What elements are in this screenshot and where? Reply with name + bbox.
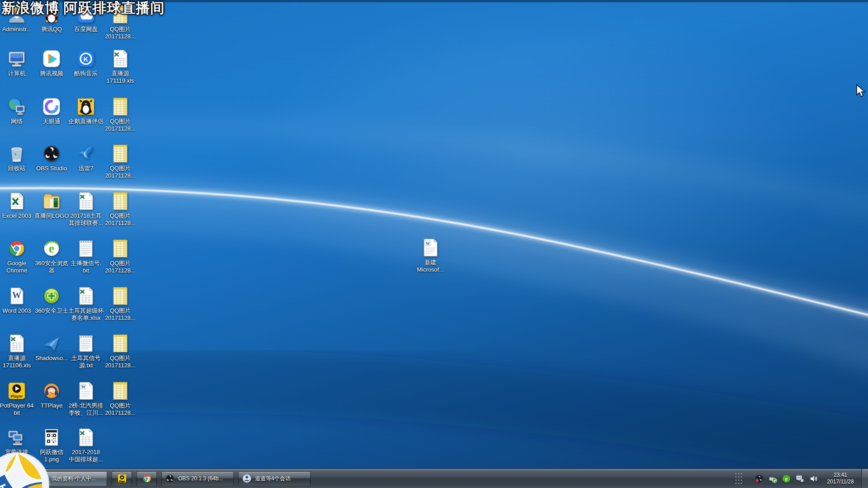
potplayer-icon: Player: [117, 474, 127, 483]
desktop-icon-qq-image-4[interactable]: QQ图片 20171128...: [101, 191, 139, 227]
desktop-icon-computer[interactable]: 计算机: [0, 49, 36, 77]
taskbar-qq-sessions[interactable]: 道道等4个会话: [238, 471, 311, 486]
desktop-icon-qq-image-5[interactable]: QQ图片 20171128...: [101, 239, 139, 274]
desktop-icon-obs-studio[interactable]: OBS Studio: [33, 144, 71, 172]
excel-app-icon: [7, 191, 27, 211]
img-sheet-icon: [110, 333, 130, 353]
taskbar-button-label: OBS 20.1.3 (64b...: [178, 475, 223, 482]
img-sheet-icon: [110, 381, 130, 401]
img-sheet-icon: [110, 191, 130, 211]
potplayer-icon: Player: [7, 381, 27, 401]
taskbar-potplayer[interactable]: Player: [112, 471, 132, 486]
svg-text:W: W: [81, 385, 85, 389]
desktop-icon-tianyantong[interactable]: 天眼通: [33, 97, 71, 125]
tray-network[interactable]: [795, 474, 805, 483]
desktop-icon-qq-image-2[interactable]: QQ图片 20171128...: [101, 97, 139, 132]
taskbar-clock[interactable]: 23:41 2017/11/28: [823, 472, 858, 485]
desktop-icon-label: QQ图片 20171128...: [101, 355, 139, 369]
desktop-icon-label: 酷狗音乐: [67, 70, 105, 77]
img-sheet-icon: [110, 97, 130, 117]
desktop-icon-label: 企鹅直播伴侣: [67, 118, 105, 125]
desktop-icon-cvl-2017-2018-xls[interactable]: 2017-2018 中国排球超...: [67, 427, 105, 463]
clock-date: 2017/11/28: [823, 479, 858, 485]
desktop-icon-label: 新建 Microsof...: [411, 259, 449, 273]
desktop-icon-network[interactable]: 网络: [0, 97, 36, 125]
desktop-icon-turkey-supercup-xlsx[interactable]: 土耳其超级杯 赛名单.xlsx: [67, 286, 105, 322]
desktop-icon-label: 土耳其信号 源.txt: [67, 355, 105, 369]
taskbar-obs[interactable]: OBS 20.1.3 (64b...: [161, 471, 234, 486]
desktop-icon-turkey-signal-txt[interactable]: 土耳其信号 源.txt: [67, 333, 105, 369]
desktop-icon-label: 2017-2018 中国排球超...: [67, 449, 105, 463]
desktop-icon-anchor-wechat-txt[interactable]: 主播微信号. txt: [67, 239, 105, 274]
tray-360[interactable]: e: [782, 474, 791, 483]
desktop-icon-label: QQ图片 20171128...: [101, 26, 139, 40]
desktop-icon-label: 网络: [0, 118, 36, 125]
desktop-icon-xunlei-7[interactable]: 迅雷7: [67, 144, 105, 172]
word-app-icon: W: [7, 286, 27, 306]
tray-obs-recording[interactable]: [755, 474, 764, 483]
desktop-icon-label: 360安全浏览 器: [33, 260, 71, 274]
ttplayer-icon: [42, 381, 61, 401]
chrome-icon: [7, 239, 27, 258]
desktop-icon-recycle-bin[interactable]: 回收站: [0, 144, 36, 172]
desktop-icon-label: Word 2003: [0, 307, 36, 314]
img-sheet-icon: [110, 286, 130, 306]
desktop-icon-word-2003[interactable]: WWord 2003: [0, 286, 36, 314]
qr-icon: [42, 427, 61, 447]
qq-session-icon: [242, 474, 252, 483]
svg-text:K: K: [84, 55, 89, 63]
xunlei-icon: [76, 144, 96, 164]
desktop-icon-zhibojian-logo-folder[interactable]: 直播间LOGO: [33, 191, 71, 220]
show-desktop-button[interactable]: [862, 469, 868, 488]
desktop-icon-potplayer-64bit[interactable]: PlayerPotPlayer 64 bit: [0, 381, 36, 417]
desktop-icon-qq-image-3[interactable]: QQ图片 20171128...: [101, 144, 139, 179]
desktop-icon-penguin-live-assistant[interactable]: 企鹅直播伴侣: [67, 97, 105, 125]
tyt-icon: [42, 97, 61, 117]
desktop-icon-label: 直播源 171119.xls: [101, 70, 139, 84]
desktop-icon-label: 360安全卫士: [33, 307, 71, 314]
desktop-icon-new-word-document[interactable]: W新建 Microsof...: [411, 238, 449, 273]
tray-usb-eject[interactable]: [768, 474, 778, 483]
tray-icons: e: [755, 474, 818, 483]
desktop-icon-qq-image-8[interactable]: QQ图片 20171128...: [101, 381, 139, 417]
desktop-icon-label: QQ图片 20171128...: [101, 260, 139, 274]
excel-doc-icon: [76, 427, 96, 447]
img-sheet-icon: [110, 239, 130, 258]
desktop-icon-label: Excel 2003: [0, 212, 36, 220]
desktop-icon-qq-image-6[interactable]: QQ图片 20171128...: [101, 286, 139, 322]
desktop-icon-label: 回收站: [0, 165, 36, 172]
desktop-icon-360-safeguard[interactable]: 360安全卫士: [33, 286, 71, 314]
desktop-icon-label: 主播微信号. txt: [67, 260, 105, 274]
taskbar-button-label: 道道等4个会话: [255, 475, 291, 483]
desktop-icon-label: 百度网盘: [67, 26, 105, 33]
svg-text:Player: Player: [10, 394, 23, 399]
taskbar-chrome[interactable]: [137, 471, 157, 486]
desktop-icon-qq-image-7[interactable]: QQ图片 20171128...: [101, 333, 139, 369]
desktop-icon-360-browser[interactable]: e360安全浏览 器: [33, 239, 71, 274]
desktop-icon-turkey-league-xls[interactable]: 201718土耳 其排球联赛...: [67, 191, 105, 227]
overlay-title: 新浪微博 阿跃排球直播间: [1, 0, 165, 18]
chrome-icon: [142, 474, 152, 483]
desktop-icon-zhiboyuan-171106[interactable]: 直播源 171106.xls: [0, 333, 36, 369]
desktop-icon-beiqi-volleyball-doc[interactable]: W2榜-北汽男排 李牧、江川...: [67, 381, 105, 417]
tray-volume[interactable]: [809, 474, 818, 483]
desktop-icon-label: 直播间LOGO: [33, 212, 71, 220]
tray-gripper[interactable]: [734, 471, 743, 486]
desktop-icon-shadowsocks[interactable]: Shadowso...: [33, 333, 71, 362]
excel-doc-icon: [76, 191, 96, 211]
desktop-icon-label: QQ图片 20171128...: [101, 402, 139, 417]
desktop-icon-kugou-music[interactable]: K酷狗音乐: [67, 49, 105, 77]
desktop-icon-tencent-video[interactable]: 腾讯视频: [33, 49, 71, 77]
network-icon: [7, 97, 27, 117]
excel-doc-icon: [110, 49, 130, 69]
desktop-icon-label: 腾讯QQ: [33, 26, 71, 33]
desktop-icon-google-chrome[interactable]: Google Chrome: [0, 239, 36, 274]
desktop-icon-zhiboyuan-171119[interactable]: 直播源 171119.xls: [101, 49, 139, 84]
kugou-icon: K: [76, 49, 96, 69]
desktop-icon-excel-2003[interactable]: Excel 2003: [0, 191, 36, 220]
taskbar-button-label: 我的资料-个人中...: [52, 475, 96, 483]
clock-time: 23:41: [823, 472, 858, 479]
desktop-icon-ttplayer[interactable]: TTPlaye: [33, 381, 71, 409]
desktop-icon-label: Google Chrome: [0, 260, 36, 274]
img-sheet-icon: [110, 144, 130, 164]
